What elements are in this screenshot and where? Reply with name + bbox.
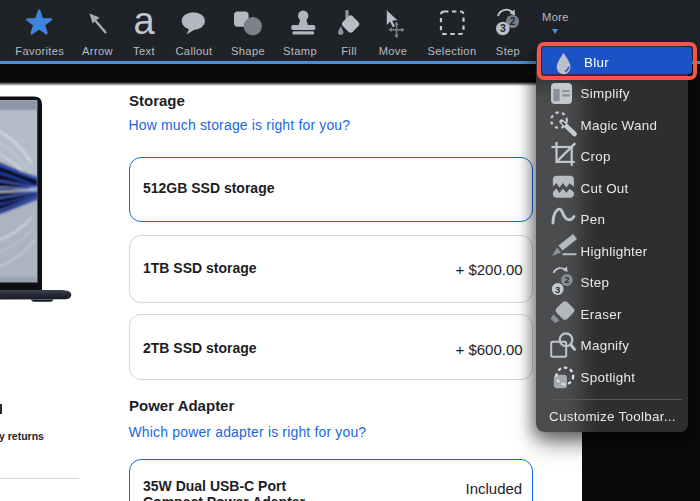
- svg-text:3: 3: [500, 22, 506, 34]
- svg-text:2: 2: [564, 275, 569, 285]
- svg-text:a: a: [133, 0, 155, 42]
- svg-text:2: 2: [510, 16, 516, 27]
- svg-text:3: 3: [555, 284, 560, 295]
